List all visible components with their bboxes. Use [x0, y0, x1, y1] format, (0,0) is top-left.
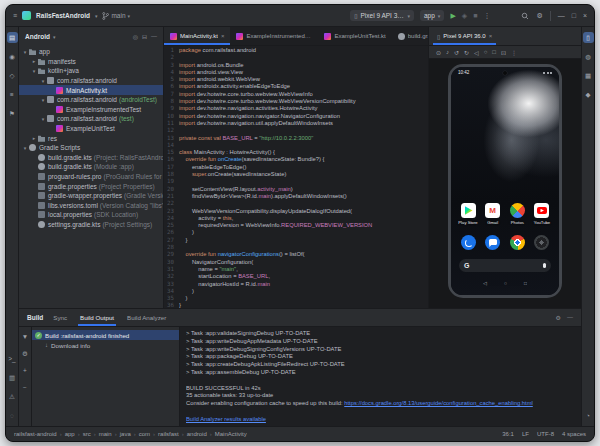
build-output-link[interactable]: Build Analyzer results available [186, 416, 266, 422]
tree-item-settings-gradle-kts[interactable]: settings.gradle.kts (Project Settings) [19, 220, 163, 230]
pull-requests-icon[interactable]: ◇ [7, 70, 18, 81]
overview-button[interactable]: □ [492, 49, 496, 55]
device-tab[interactable]: ▯ Pixel 9 API 36.0 × [433, 27, 496, 45]
search-icon[interactable] [521, 12, 529, 20]
tree-item-build-gradle-kts[interactable]: build.gradle.kts (Module :app) [19, 162, 163, 172]
editor-tab-mainactivity-kt[interactable]: MainActivity.kt× [164, 27, 230, 45]
expand-all-icon[interactable]: + [20, 365, 31, 376]
tree-item-gradle-wrapper-properties[interactable]: gradle-wrapper.properties (Gradle Versio… [19, 191, 163, 201]
minimize-button[interactable]: — [558, 12, 565, 19]
app-chrome[interactable] [510, 235, 525, 250]
tree-item-com-railsfast-android[interactable]: ▾com.railsfast.android [19, 76, 163, 86]
status-lf[interactable]: LF [522, 431, 529, 437]
settings-gear-icon[interactable]: ⚙ [536, 12, 542, 20]
commit-icon[interactable]: ◉ [7, 51, 18, 62]
editor-tab-exampleinstrumentedtest-kt[interactable]: ExampleInstrumentedTest.kt [230, 27, 318, 45]
project-icon[interactable]: ▤ [7, 32, 18, 43]
terminal-icon[interactable]: >_ [7, 353, 18, 364]
close-icon[interactable]: × [221, 33, 225, 39]
tree-item-gradle-scripts[interactable]: ▾Gradle Scripts [19, 143, 163, 153]
app-messages[interactable] [485, 235, 500, 250]
app-play-store[interactable]: Play Store [457, 203, 479, 225]
app-phone[interactable] [461, 235, 476, 250]
app-gmail[interactable]: Gmail [482, 203, 504, 225]
more-button[interactable]: ⋮ [511, 49, 517, 56]
home-button[interactable]: ○ [484, 49, 488, 55]
nav-overview-icon[interactable]: □ [524, 280, 527, 286]
rotate-right-button[interactable]: ↻ [464, 49, 469, 56]
build-tab-build-output[interactable]: Build Output [78, 309, 116, 326]
more-actions-icon[interactable]: ⋮ [483, 12, 490, 20]
nav-home-icon[interactable]: ○ [504, 280, 507, 286]
tree-item-app[interactable]: ▾app [19, 47, 163, 57]
breadcrumb-item[interactable]: main [99, 431, 112, 437]
code-editor[interactable]: 1package com.railsfast.android2 3import … [164, 46, 428, 308]
problems-icon[interactable]: ⚠ [7, 391, 18, 402]
debug-button[interactable]: ◈ [462, 12, 467, 20]
build-header-settings-icon[interactable]: ⚙ [556, 314, 561, 321]
tree-item-com-railsfast-android[interactable]: ▾com.railsfast.android (androidTest) [19, 95, 163, 105]
app-youtube[interactable]: YouTube [531, 203, 553, 225]
run-config-selector[interactable]: app ▾ [420, 10, 444, 21]
tree-item-manifests[interactable]: ▸manifests [19, 57, 163, 67]
tree-item-res[interactable]: ▸res [19, 133, 163, 143]
tree-item-com-railsfast-android[interactable]: ▾com.railsfast.android (test) [19, 114, 163, 124]
run-button[interactable]: ▶ [450, 12, 455, 20]
app-camera[interactable] [534, 235, 549, 250]
logcat-icon[interactable]: ▥ [7, 372, 18, 383]
structure-icon[interactable]: ≡ [7, 89, 18, 100]
locate-file-icon[interactable]: ◎ [133, 33, 138, 40]
bookmarks-icon[interactable]: ⚑ [7, 108, 18, 119]
volume-button[interactable]: ♪ [446, 49, 449, 55]
build-output-console[interactable]: > Task :app:validateSigningDebug UP-TO-D… [180, 327, 581, 426]
status-utf-8[interactable]: UTF-8 [537, 431, 554, 437]
tree-item-build-gradle-kts[interactable]: build.gradle.kts (Project: RailsFastAndr… [19, 153, 163, 163]
breadcrumb-item[interactable]: com [139, 431, 150, 437]
build-tree-item-build-railsfast-android-finished[interactable]: ✓Build :railsfast-android finished [32, 330, 179, 340]
branch-selector[interactable]: main ▾ [102, 12, 130, 20]
status-36-1[interactable]: 36:1 [502, 431, 514, 437]
running-devices-icon[interactable]: ▯ [583, 32, 594, 43]
google-search-bar[interactable]: G [459, 259, 551, 272]
version-control-icon[interactable]: ◌ [7, 410, 18, 421]
breadcrumb-item[interactable]: src [83, 431, 91, 437]
close-icon[interactable]: × [489, 33, 493, 39]
nav-back-icon[interactable]: ◁ [483, 280, 487, 286]
build-output-link[interactable]: https://docs.gradle.org/8.13/userguide/c… [344, 400, 533, 406]
build-tab-build-analyzer[interactable]: Build Analyzer [125, 309, 168, 326]
close-button[interactable]: × [583, 12, 587, 19]
breadcrumb-item[interactable]: railsfast [158, 431, 179, 437]
tree-item-mainactivity-kt[interactable]: MainActivity.kt [19, 85, 163, 95]
tree-item-exampleinstrumentedtest[interactable]: ExampleInstrumentedTest [19, 105, 163, 115]
hide-build-panel-icon[interactable]: — [567, 314, 573, 321]
mic-icon[interactable] [543, 263, 546, 269]
tree-item-local-properties[interactable]: local.properties (SDK Location) [19, 210, 163, 220]
editor-tab-build-gradle-kts-app[interactable]: build.gradle.kts (:app) [392, 27, 428, 45]
breadcrumb-item[interactable]: java [120, 431, 131, 437]
back-button[interactable]: ◁ [474, 49, 479, 56]
tree-item-gradle-properties[interactable]: gradle.properties (Project Properties) [19, 181, 163, 191]
device-selector[interactable]: ▯ Pixel 9 API 36.0 ▾ [350, 10, 414, 21]
assistant-icon[interactable]: ◆ [583, 89, 594, 100]
tree-item-proguard-rules-pro[interactable]: proguard-rules.pro (ProGuard Rules for "… [19, 172, 163, 182]
collapse-all-icon[interactable]: ⊟ [142, 33, 147, 40]
project-view-selector[interactable]: Android [25, 33, 50, 40]
gradle-icon[interactable]: ◍ [583, 51, 594, 62]
stop-button[interactable]: ■ [473, 12, 477, 19]
phone-screen[interactable]: 10:42 Play StoreGmailPhotosYouTube G [451, 67, 559, 295]
breadcrumb-item[interactable]: railsfast-android [14, 431, 57, 437]
maximize-button[interactable]: □ [572, 12, 576, 19]
app-photos[interactable]: Photos [506, 203, 528, 225]
notifications-icon[interactable]: ◔ [583, 410, 594, 421]
tree-item-libs-versions-toml[interactable]: libs.versions.toml (Version Catalog "lib… [19, 201, 163, 211]
editor-tab-exampleunittest-kt[interactable]: ExampleUnitTest.kt [318, 27, 391, 45]
project-name[interactable]: RailsFastAndroid [36, 12, 90, 19]
screenshot-button[interactable]: ⊡ [501, 49, 506, 56]
filter-icon[interactable]: ▼ [20, 331, 31, 342]
breadcrumb-item[interactable]: MainActivity [215, 431, 247, 437]
main-menu-icon[interactable]: ≡ [13, 12, 17, 19]
status-4-spaces[interactable]: 4 spaces [562, 431, 586, 437]
breadcrumb-item[interactable]: android [187, 431, 207, 437]
device-manager-icon[interactable]: ▦ [583, 70, 594, 81]
build-settings-gear-icon[interactable]: ⚙ [20, 348, 31, 359]
